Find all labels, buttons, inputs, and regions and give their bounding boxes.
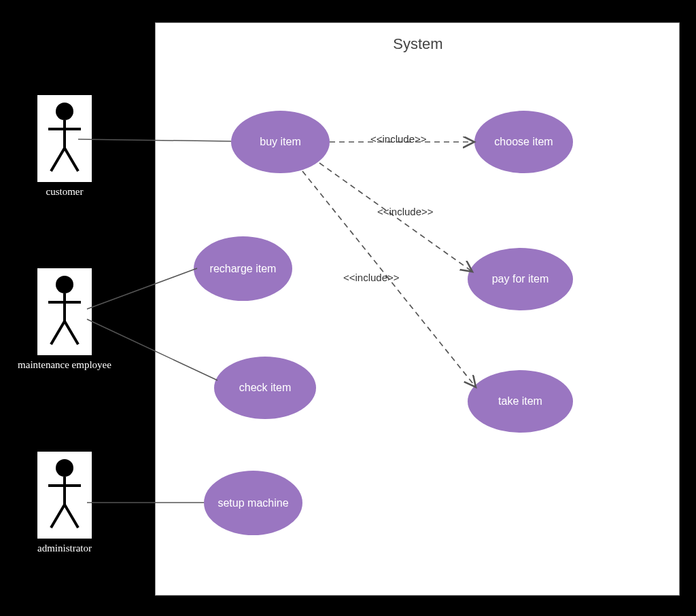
actor-maintenance-icon	[37, 268, 92, 355]
svg-point-5	[56, 276, 73, 293]
usecase-choose-item: choose item	[474, 111, 573, 173]
usecase-take-item: take item	[468, 370, 573, 433]
usecase-pay-for-item: pay for item	[468, 248, 573, 310]
svg-line-4	[65, 148, 78, 171]
usecase-buy-item: buy item	[231, 111, 330, 173]
include-label-1: <<include>>	[370, 133, 427, 145]
svg-point-10	[56, 459, 73, 477]
actor-administrator-label: administrator	[20, 543, 109, 554]
svg-point-0	[56, 103, 73, 120]
actor-maintenance: maintenance employee	[17, 268, 112, 371]
system-title: System	[340, 35, 496, 53]
usecase-recharge-item: recharge item	[194, 236, 292, 301]
actor-customer-label: customer	[24, 186, 105, 198]
usecase-check-item: check item	[214, 357, 316, 419]
usecase-setup-machine: setup machine	[204, 471, 302, 535]
svg-line-14	[65, 505, 78, 528]
svg-line-9	[65, 321, 78, 344]
actor-administrator: administrator	[20, 452, 109, 554]
actor-administrator-icon	[37, 452, 92, 539]
diagram-canvas: System customer maintenance employee	[0, 0, 696, 616]
actor-customer-icon	[37, 95, 92, 182]
svg-line-13	[51, 505, 65, 528]
svg-line-3	[51, 148, 65, 171]
actor-maintenance-label: maintenance employee	[17, 359, 112, 371]
actor-customer: customer	[24, 95, 105, 198]
svg-line-8	[51, 321, 65, 344]
include-label-3: <<include>>	[343, 272, 400, 283]
include-label-2: <<include>>	[377, 206, 434, 217]
